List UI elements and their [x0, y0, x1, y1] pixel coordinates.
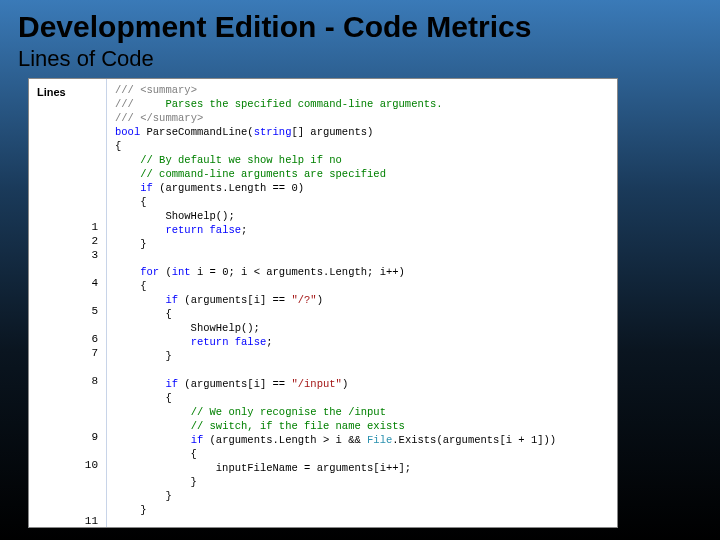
code-token: }: [115, 238, 147, 250]
code-token: Parses the specified command-line argume…: [165, 98, 442, 110]
code-line: return false;: [115, 223, 617, 237]
code-token: false: [210, 224, 242, 236]
code-token: return: [165, 224, 203, 236]
code-line: [115, 363, 617, 377]
code-token: .Exists(arguments[i + 1])): [392, 434, 556, 446]
code-token: [115, 378, 165, 390]
gutter-row: [29, 262, 106, 276]
code-token: // We only recognise the /input: [191, 406, 386, 418]
gutter-row: [29, 108, 106, 122]
gutter-line-numbers: 1234567891011: [29, 108, 106, 528]
code-token: if: [165, 294, 178, 306]
code-line: }: [115, 349, 617, 363]
gutter-row: [29, 416, 106, 430]
code-token: [115, 154, 140, 166]
gutter-row: [29, 206, 106, 220]
gutter-row: 9: [29, 430, 106, 444]
code-token: "/input": [291, 378, 341, 390]
code-line: }: [115, 237, 617, 251]
code-token: "/?": [291, 294, 316, 306]
code-line: }: [115, 489, 617, 503]
code-line: for (int i = 0; i < arguments.Length; i+…: [115, 265, 617, 279]
gutter-row: 8: [29, 374, 106, 388]
gutter-row: [29, 500, 106, 514]
code-line: // switch, if the file name exists: [115, 419, 617, 433]
code-token: }: [115, 490, 172, 502]
code-token: // By default we show help if no: [140, 154, 342, 166]
code-token: <summary>: [140, 84, 197, 96]
code-line: {: [115, 279, 617, 293]
code-token: {: [115, 280, 147, 292]
code-token: }: [115, 504, 147, 516]
slide: Development Edition - Code Metrics Lines…: [0, 0, 720, 540]
gutter-row: [29, 444, 106, 458]
code-token: (: [159, 266, 172, 278]
code-token: ParseCommandLine(: [140, 126, 253, 138]
code-token: // switch, if the file name exists: [191, 420, 405, 432]
code-token: (arguments[i] ==: [178, 378, 291, 390]
gutter-row: [29, 360, 106, 374]
line-gutter: Lines 1234567891011: [29, 79, 107, 527]
gutter-row: [29, 290, 106, 304]
code-token: ;: [266, 336, 272, 348]
code-line: }: [115, 503, 617, 517]
code-line: ShowHelp();: [115, 321, 617, 335]
code-token: if: [140, 182, 153, 194]
code-token: [115, 406, 191, 418]
gutter-row: 10: [29, 458, 106, 472]
gutter-row: [29, 164, 106, 178]
code-token: {: [115, 308, 172, 320]
code-line: {: [115, 307, 617, 321]
code-token: inputFileName = arguments[i++];: [115, 462, 411, 474]
code-token: return: [191, 336, 229, 348]
code-token: for: [140, 266, 159, 278]
gutter-row: 4: [29, 276, 106, 290]
code-token: {: [115, 392, 172, 404]
code-token: [115, 182, 140, 194]
code-line: inputFileName = arguments[i++];: [115, 461, 617, 475]
code-token: [115, 266, 140, 278]
code-token: false: [235, 336, 267, 348]
code-token: {: [115, 196, 147, 208]
code-token: (arguments[i] ==: [178, 294, 291, 306]
code-token: // command-line arguments are specified: [140, 168, 386, 180]
code-line: {: [115, 195, 617, 209]
gutter-row: [29, 136, 106, 150]
code-line: [115, 251, 617, 265]
code-line: // We only recognise the /input: [115, 405, 617, 419]
gutter-row: [29, 318, 106, 332]
gutter-row: 11: [29, 514, 106, 528]
code-line: {: [115, 447, 617, 461]
code-token: ShowHelp();: [115, 210, 235, 222]
code-token: if: [191, 434, 204, 446]
gutter-row: [29, 472, 106, 486]
code-token: if: [165, 378, 178, 390]
code-token: </summary>: [140, 112, 203, 124]
gutter-row: 6: [29, 332, 106, 346]
page-subtitle: Lines of Code: [18, 46, 702, 72]
code-token: [115, 168, 140, 180]
code-token: [115, 420, 191, 432]
code-token: ///: [115, 84, 140, 96]
code-token: (arguments.Length == 0): [153, 182, 304, 194]
gutter-row: 5: [29, 304, 106, 318]
gutter-row: [29, 178, 106, 192]
code-token: ShowHelp();: [115, 322, 260, 334]
code-line: /// Parses the specified command-line ar…: [115, 97, 617, 111]
code-token: i = 0; i < arguments.Length; i++): [191, 266, 405, 278]
code-token: [] arguments): [291, 126, 373, 138]
code-line: if (arguments.Length > i && File.Exists(…: [115, 433, 617, 447]
code-token: ;: [241, 224, 247, 236]
gutter-row: [29, 150, 106, 164]
gutter-header: Lines: [29, 83, 106, 108]
code-line: /// <summary>: [115, 83, 617, 97]
code-token: ): [317, 294, 323, 306]
gutter-row: [29, 402, 106, 416]
code-token: (arguments.Length > i &&: [203, 434, 367, 446]
code-token: bool: [115, 126, 140, 138]
code-token: File: [367, 434, 392, 446]
page-title: Development Edition - Code Metrics: [18, 10, 702, 44]
code-line: bool ParseCommandLine(string[] arguments…: [115, 125, 617, 139]
gutter-row: 7: [29, 346, 106, 360]
code-token: ): [342, 378, 348, 390]
